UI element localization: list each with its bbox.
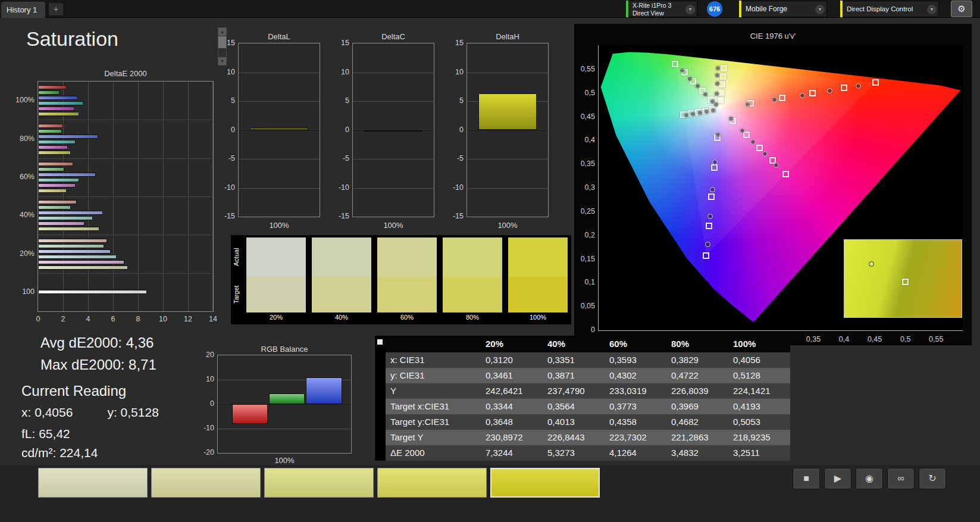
- table-row-label: y: CIE31: [386, 368, 481, 383]
- de2000-bar: [38, 189, 67, 193]
- play-icon[interactable]: ▶: [824, 468, 851, 489]
- de2000-bar: [38, 90, 60, 95]
- table-stub-column: [375, 336, 386, 461]
- tab-history[interactable]: History 1: [1, 2, 45, 18]
- stop-icon[interactable]: ■: [793, 468, 820, 489]
- delta-y-tick-label: -5: [330, 154, 349, 162]
- meter-accent: [626, 1, 628, 17]
- target-swatch: [246, 277, 306, 312]
- de2000-plot: 02468101214100%80%60%40%20%100: [37, 81, 214, 312]
- cie-measured-marker: [715, 81, 720, 86]
- de2000-x-tick-label: 6: [106, 315, 120, 323]
- patch-swatch[interactable]: [151, 468, 261, 498]
- de2000-bar: [38, 101, 83, 105]
- cie-plot: 000,050,050,10,10,150,150,20,20,250,250,…: [598, 45, 963, 331]
- red-balance-bar: [232, 404, 268, 424]
- delta-y-tick-label: 0: [444, 126, 464, 134]
- refresh-icon[interactable]: ↻: [919, 468, 946, 489]
- continuous-icon[interactable]: ∞: [887, 468, 915, 489]
- rgb-balance-plot: 20100-10-20: [217, 355, 352, 454]
- patch-swatch[interactable]: [38, 468, 148, 498]
- actual-swatch: [312, 237, 371, 277]
- de2000-group-divider: [38, 196, 213, 197]
- cie-x-tick-label: 0,55: [924, 335, 948, 343]
- table-cell: 233,0319: [605, 383, 666, 399]
- delta-y-tick-label: -15: [330, 212, 349, 220]
- table-cell: 0,3773: [605, 399, 666, 414]
- measure-icon[interactable]: ◉: [856, 468, 883, 489]
- deltal-chart-title: DeltaL: [238, 32, 320, 41]
- patch-swatch[interactable]: [490, 468, 600, 498]
- actual-swatch: [443, 237, 502, 277]
- delta-gridline: [467, 159, 548, 160]
- de2000-bar: [38, 140, 76, 144]
- cie-target-marker: [703, 252, 709, 259]
- table-cell: 0,3969: [666, 399, 728, 414]
- delta-y-tick-label: -10: [216, 183, 235, 192]
- delta-gridline: [239, 188, 320, 189]
- rgb-balance-x-label: 100%: [217, 456, 352, 465]
- delta-y-tick-label: -15: [216, 212, 235, 220]
- delta-y-tick-label: -5: [444, 154, 464, 162]
- de2000-x-tick-label: 14: [206, 315, 220, 323]
- delta-plot-2: 151050-5-10-15: [466, 43, 549, 217]
- table-stub-icon: [377, 339, 383, 345]
- chevron-down-icon[interactable]: ▼: [815, 5, 825, 14]
- delta-y-tick-label: 10: [330, 68, 349, 76]
- delta-gridline: [353, 159, 434, 160]
- table-header-cell: 60%: [605, 336, 666, 352]
- meter-dropdown[interactable]: X-Rite i1Pro 3 Direct View ▼: [626, 1, 697, 17]
- table-cell: 0,3829: [666, 352, 728, 368]
- pattern-source-dropdown[interactable]: Mobile Forge ▼: [739, 1, 827, 17]
- scrollbar-up-icon[interactable]: ▴: [218, 28, 226, 36]
- cie-target-marker: [711, 164, 718, 171]
- cie-measured-marker: [690, 111, 696, 117]
- table-row-label: Target y:CIE31: [386, 414, 481, 430]
- patch-percent-label: 40%: [312, 314, 371, 321]
- cie-measured-marker: [695, 83, 700, 89]
- delta-gridline: [239, 101, 320, 102]
- display-control-label: Direct Display Control: [847, 1, 913, 17]
- delta-y-tick-label: 15: [444, 39, 464, 47]
- cie-measured-marker: [750, 139, 756, 145]
- green-balance-bar: [269, 393, 305, 404]
- max-de2000-value: Max dE2000: 8,71: [40, 357, 156, 373]
- chevron-down-icon[interactable]: ▼: [685, 5, 695, 14]
- cie-measured-marker: [715, 65, 721, 71]
- de2000-bar: [38, 124, 63, 128]
- target-swatch: [443, 277, 502, 312]
- cie-measured-marker: [827, 88, 832, 93]
- cie-target-marker: [782, 171, 789, 177]
- gear-icon[interactable]: ⚙: [951, 1, 972, 17]
- inset-target-marker: [902, 279, 909, 285]
- de2000-bar: [38, 135, 98, 139]
- delta-y-tick-label: 15: [330, 39, 349, 47]
- de2000-group-divider: [38, 235, 213, 235]
- table-cell: 0,4056: [728, 352, 790, 368]
- patch-swatch[interactable]: [377, 468, 487, 498]
- delta-gridline: [239, 159, 320, 160]
- cie-target-marker: [708, 193, 715, 200]
- chevron-down-icon[interactable]: ▼: [927, 5, 937, 14]
- delta-gridline: [353, 73, 434, 73]
- patch-swatch[interactable]: [264, 468, 374, 498]
- table-cell: 230,8972: [481, 430, 543, 445]
- cie-measured-marker: [710, 187, 715, 192]
- table-cell: 218,9235: [728, 430, 790, 445]
- scrollbar-down-icon[interactable]: ▾: [218, 57, 226, 65]
- cie-zoom-inset: [844, 239, 962, 318]
- de2000-x-tick-label: 12: [181, 315, 195, 323]
- display-control-dropdown[interactable]: Direct Display Control ▼: [840, 1, 939, 17]
- cie-y-tick-label: 0,25: [572, 207, 595, 215]
- table-cell: 0,3564: [543, 399, 605, 414]
- patch-percent-label: 60%: [377, 314, 437, 321]
- add-tab-button[interactable]: +: [49, 3, 63, 15]
- table-cell: 7,3244: [481, 445, 543, 461]
- cie-y-tick-label: 0,55: [572, 65, 595, 73]
- titlebar: History 1 + X-Rite i1Pro 3 Direct View ▼…: [0, 0, 980, 18]
- cie-measured-marker: [703, 92, 708, 97]
- table-cell: 3,4832: [666, 445, 728, 461]
- current-xy-reading: x: 0,4056y: 0,5128: [21, 405, 159, 420]
- target-row-label: Target: [233, 277, 241, 312]
- rgb-y-tick-label: 0: [195, 399, 214, 408]
